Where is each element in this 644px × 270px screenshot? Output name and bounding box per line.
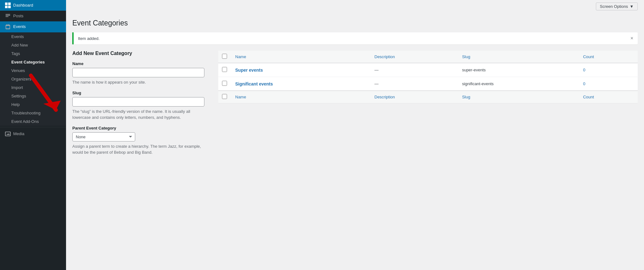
name-hint: The name is how it appears on your site.	[72, 79, 204, 85]
sidebar-item-posts[interactable]: Posts	[0, 11, 66, 21]
sidebar-item-media[interactable]: Media	[0, 129, 66, 139]
sidebar-item-label: Dashboard	[13, 3, 33, 8]
table-footer-row: Name Description Slug Count	[218, 91, 638, 103]
sidebar-item-help[interactable]: Help	[0, 100, 66, 109]
page-title: Event Categories	[72, 19, 638, 27]
table-section: Name Description Slug Count Supe	[218, 51, 638, 161]
sidebar-item-import[interactable]: Import	[0, 83, 66, 92]
footer-select-all-checkbox[interactable]	[222, 94, 227, 99]
row-count-2: 0	[579, 77, 638, 91]
header-check-col	[218, 51, 231, 63]
name-input[interactable]	[72, 68, 204, 77]
row-name-2: Significant events	[231, 77, 370, 91]
slug-input[interactable]	[72, 97, 204, 107]
screen-options-button[interactable]: Screen Options ▼	[596, 3, 638, 10]
row-desc-1: —	[370, 63, 458, 77]
footer-check-col	[218, 91, 231, 103]
sidebar-item-tags[interactable]: Tags	[0, 49, 66, 58]
row-checkbox-2[interactable]	[222, 81, 227, 86]
sidebar-item-troubleshooting[interactable]: Troubleshooting	[0, 109, 66, 117]
sidebar-item-organizers[interactable]: Organizers	[0, 75, 66, 83]
row-check-2	[218, 77, 231, 91]
table-header-row: Name Description Slug Count	[218, 51, 638, 63]
row-checkbox-1[interactable]	[222, 67, 227, 72]
sidebar-item-label: Events	[13, 24, 26, 30]
slug-group: Slug The “slug” is the URL-friendly vers…	[72, 91, 211, 121]
row-check	[218, 63, 231, 77]
sidebar-item-label: Media	[13, 131, 24, 137]
sidebar: Dashboard Posts Events Events Add New Ta…	[0, 0, 66, 270]
header-count[interactable]: Count	[579, 51, 638, 63]
slug-hint: The “slug” is the URL-friendly version o…	[72, 108, 204, 121]
name-label: Name	[72, 61, 211, 66]
events-submenu: Events Add New Tags Event Categories Ven…	[0, 32, 66, 126]
sidebar-item-event-categories[interactable]: Event Categories	[0, 58, 66, 66]
notice-close-button[interactable]: ×	[630, 36, 633, 41]
parent-group: Parent Event Category None Assign a pare…	[72, 126, 211, 156]
row-name-1: Super events	[231, 63, 370, 77]
row-desc-2: —	[370, 77, 458, 91]
footer-slug[interactable]: Slug	[458, 91, 579, 103]
parent-select-wrapper: None	[72, 132, 135, 141]
name-group: Name The name is how it appears on your …	[72, 61, 211, 85]
table-row: Significant events — significant-events …	[218, 77, 638, 91]
events-icon	[5, 24, 11, 30]
category-table: Name Description Slug Count Supe	[218, 51, 638, 103]
main-content: Screen Options ▼ Event Categories Item a…	[66, 0, 644, 270]
footer-description[interactable]: Description	[370, 91, 458, 103]
row-name-link-1[interactable]: Super events	[235, 68, 263, 73]
dashboard-icon	[5, 3, 11, 8]
sidebar-item-label: Posts	[13, 13, 24, 19]
header-description[interactable]: Description	[370, 51, 458, 63]
slug-label: Slug	[72, 91, 211, 95]
topbar: Screen Options ▼	[66, 0, 644, 13]
parent-label: Parent Event Category	[72, 126, 211, 130]
parent-select[interactable]: None	[72, 132, 135, 141]
main-grid: Add New Event Category Name The name is …	[72, 51, 638, 161]
sidebar-item-event-addons[interactable]: Event Add-Ons	[0, 117, 66, 126]
parent-hint: Assign a parent term to create a hierarc…	[72, 143, 204, 156]
content-area: Event Categories Item added. × Add New E…	[66, 13, 644, 270]
sidebar-divider	[0, 127, 66, 127]
form-section: Add New Event Category Name The name is …	[72, 51, 211, 161]
header-name[interactable]: Name	[231, 51, 370, 63]
svg-rect-0	[5, 3, 8, 5]
form-heading: Add New Event Category	[72, 51, 211, 56]
notice-bar: Item added. ×	[72, 32, 638, 44]
row-slug-2: significant-events	[458, 77, 579, 91]
row-name-link-2[interactable]: Significant events	[235, 81, 273, 86]
sidebar-item-dashboard[interactable]: Dashboard	[0, 0, 66, 11]
sidebar-item-add-new[interactable]: Add New	[0, 41, 66, 49]
header-slug[interactable]: Slug	[458, 51, 579, 63]
svg-rect-3	[8, 6, 11, 8]
row-count-1: 0	[579, 63, 638, 77]
notice-text: Item added.	[78, 36, 100, 41]
sidebar-item-settings[interactable]: Settings	[0, 92, 66, 100]
footer-name[interactable]: Name	[231, 91, 370, 103]
posts-icon	[5, 13, 11, 19]
row-slug-1: super-events	[458, 63, 579, 77]
footer-count[interactable]: Count	[579, 91, 638, 103]
svg-rect-1	[8, 3, 11, 5]
sidebar-item-venues[interactable]: Venues	[0, 66, 66, 75]
sidebar-item-events-list[interactable]: Events	[0, 32, 66, 41]
table-row: Super events — super-events 0	[218, 63, 638, 77]
sidebar-item-events[interactable]: Events	[0, 21, 66, 32]
chevron-down-icon: ▼	[630, 4, 634, 9]
svg-rect-2	[5, 6, 8, 8]
media-icon	[5, 131, 11, 137]
select-all-checkbox[interactable]	[222, 54, 227, 59]
